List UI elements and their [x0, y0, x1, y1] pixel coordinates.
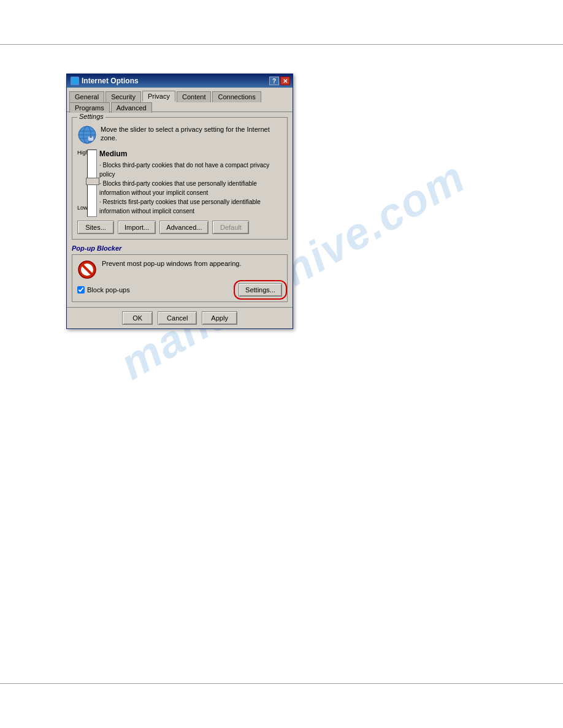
settings-group-title: Settings [77, 113, 105, 120]
slider-bullets: · Blocks third-party cookies that do not… [99, 161, 282, 216]
ok-button[interactable]: OK [122, 311, 153, 325]
popup-blocker-section: Pop-up Blocker Prevent most pop-up windo… [72, 245, 288, 302]
popup-blocker-desc: Prevent most pop-up windows from appeari… [102, 260, 241, 267]
popup-blocker-box: Prevent most pop-up windows from appeari… [72, 254, 288, 302]
tab-content[interactable]: Content [177, 91, 212, 102]
title-bar-left: 🌐 Internet Options [71, 77, 139, 85]
settings-buttons-row: Sites... Import... Advanced... Default [77, 221, 282, 234]
slider-container: High Low Medium · Blocks third-party coo… [77, 150, 282, 217]
slider-track[interactable] [87, 150, 97, 217]
bullet-3: · Restricts first-party cookies that use… [99, 197, 282, 216]
cancel-button[interactable]: Cancel [158, 311, 197, 325]
slider-labels: High Low [77, 150, 85, 211]
bottom-divider [0, 683, 563, 684]
no-sign-icon [77, 260, 97, 279]
popup-row: Block pop-ups Settings... [77, 283, 282, 297]
popup-settings-btn-wrapper: Settings... [239, 283, 282, 297]
default-button[interactable]: Default [212, 221, 249, 234]
popup-settings-button[interactable]: Settings... [239, 283, 282, 297]
slider-level: Medium [99, 150, 282, 158]
block-popups-checkbox[interactable] [77, 286, 85, 294]
slider-text-content: Medium · Blocks third-party cookies that… [99, 150, 282, 217]
tab-advanced[interactable]: Advanced [111, 102, 152, 113]
globe-icon [77, 125, 97, 145]
svg-point-6 [90, 135, 92, 138]
help-button[interactable]: ? [269, 77, 279, 85]
settings-group-content: Move the slider to select a privacy sett… [72, 118, 287, 239]
tab-programs[interactable]: Programs [69, 102, 110, 113]
slider-description-area: Move the slider to select a privacy sett… [77, 125, 282, 145]
popup-blocker-content: Prevent most pop-up windows from appeari… [77, 260, 282, 279]
settings-description: Move the slider to select a privacy sett… [101, 125, 282, 143]
dialog-title: Internet Options [82, 77, 139, 85]
block-popups-label[interactable]: Block pop-ups [77, 286, 130, 294]
import-button[interactable]: Import... [118, 221, 156, 234]
tab-bar: General Security Privacy Content Connect… [67, 88, 293, 112]
internet-options-dialog: 🌐 Internet Options ? ✕ General Security … [66, 74, 293, 329]
popup-blocker-title: Pop-up Blocker [72, 245, 288, 252]
bullet-2: · Blocks third-party cookies that use pe… [99, 179, 282, 197]
dialog-footer: OK Cancel Apply [67, 307, 293, 328]
slider-thumb[interactable] [86, 178, 99, 185]
top-divider [0, 44, 563, 45]
tab-security[interactable]: Security [105, 91, 141, 102]
close-button[interactable]: ✕ [280, 77, 290, 85]
advanced-button[interactable]: Advanced... [159, 221, 209, 234]
tab-connections[interactable]: Connections [212, 91, 261, 102]
tab-general[interactable]: General [69, 91, 104, 102]
title-bar: 🌐 Internet Options ? ✕ [67, 74, 293, 88]
dialog-content: Settings [67, 112, 293, 307]
tab-privacy[interactable]: Privacy [142, 91, 175, 102]
apply-button[interactable]: Apply [202, 311, 237, 325]
bullet-1: · Blocks third-party cookies that do not… [99, 161, 282, 179]
title-bar-controls: ? ✕ [269, 77, 290, 85]
dialog-icon: 🌐 [71, 77, 79, 85]
settings-group: Settings [72, 117, 288, 240]
sites-button[interactable]: Sites... [77, 221, 114, 234]
